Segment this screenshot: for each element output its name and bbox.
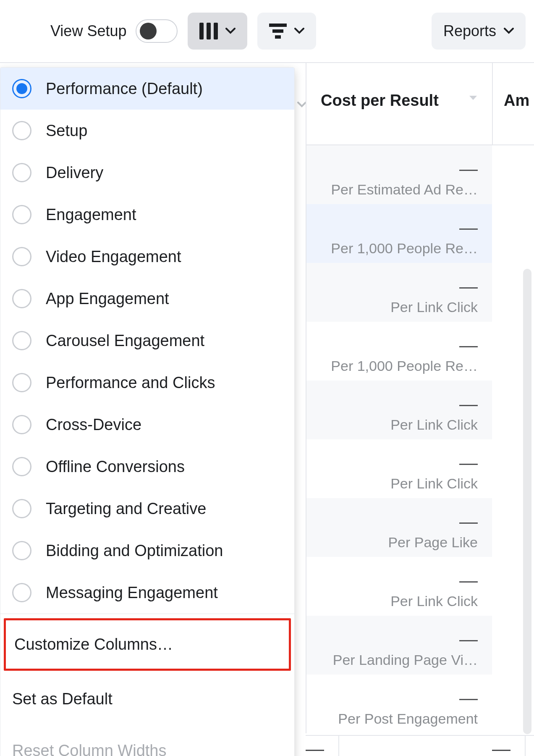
- customize-columns-action[interactable]: Customize Columns…: [4, 618, 291, 671]
- preset-option[interactable]: Engagement: [0, 194, 294, 236]
- preset-option[interactable]: Bidding and Optimization: [0, 530, 294, 572]
- reports-button[interactable]: Reports: [432, 13, 526, 50]
- set-as-default-action[interactable]: Set as Default: [0, 673, 294, 725]
- preset-option[interactable]: Offline Conversions: [0, 446, 294, 488]
- table-row[interactable]: —Per Link Click: [306, 439, 492, 498]
- svg-rect-3: [269, 24, 287, 27]
- column-title: Am: [504, 92, 529, 109]
- preset-option[interactable]: App Engagement: [0, 278, 294, 320]
- table-row[interactable]: —Per Landing Page Vi…: [306, 616, 492, 675]
- column-header-amount[interactable]: Am: [492, 63, 534, 144]
- table-row[interactable]: —Per Page Like: [306, 498, 492, 557]
- radio-icon: [12, 163, 31, 182]
- radio-icon: [12, 205, 31, 224]
- cell-value: —: [459, 395, 478, 413]
- cell-value: —: [459, 160, 478, 178]
- reset-column-widths-action: Reset Column Widths: [0, 725, 294, 756]
- cell-sublabel: Per Estimated Ad Re…: [331, 181, 478, 198]
- cell-sublabel: Per Link Click: [390, 299, 478, 315]
- svg-rect-4: [272, 29, 283, 33]
- results-table: Cost per Result Am —Per Estimated Ad Re……: [306, 63, 534, 756]
- columns-button[interactable]: [188, 13, 247, 50]
- view-setup-toggle[interactable]: [136, 19, 178, 43]
- cell-value: —: [459, 277, 478, 296]
- table-row[interactable]: —Per Post Engagement: [306, 675, 492, 733]
- preset-option[interactable]: Performance and Clicks: [0, 362, 294, 404]
- preset-option[interactable]: Cross-Device: [0, 404, 294, 446]
- preset-option[interactable]: Video Engagement: [0, 236, 294, 278]
- reports-label: Reports: [443, 22, 496, 40]
- view-setup-toggle-group: View Setup: [8, 19, 178, 43]
- cell-value: —: [459, 689, 478, 707]
- cell-value: —: [459, 454, 478, 472]
- cell-sublabel: Per Post Engagement: [338, 711, 478, 727]
- preset-option-list: Performance (Default)SetupDeliveryEngage…: [0, 68, 294, 614]
- radio-icon: [12, 457, 31, 476]
- radio-icon: [12, 247, 31, 266]
- cell-value: —: [459, 571, 478, 590]
- cell-sublabel: Per Link Click: [390, 417, 478, 433]
- caret-down-icon: [297, 102, 306, 109]
- preset-option-label: Targeting and Creative: [46, 500, 206, 518]
- table-header: Cost per Result Am: [306, 63, 534, 145]
- radio-icon: [12, 541, 31, 560]
- table-row[interactable]: —Per Estimated Ad Re…: [306, 145, 492, 204]
- cell-sublabel: Per 1,000 People Re…: [331, 358, 478, 374]
- radio-icon: [12, 415, 31, 434]
- radio-icon: [12, 499, 31, 518]
- preset-option[interactable]: Setup: [0, 110, 294, 152]
- view-setup-label: View Setup: [50, 22, 126, 40]
- sort-arrow-icon: [469, 95, 478, 103]
- breakdown-button[interactable]: [257, 13, 316, 50]
- caret-down-icon: [294, 28, 304, 34]
- table-row[interactable]: —Per Link Click: [306, 263, 492, 322]
- cell-sublabel: Per Link Click: [390, 593, 478, 609]
- preset-option-label: Engagement: [46, 206, 136, 224]
- preset-option-label: App Engagement: [46, 290, 169, 308]
- preset-option[interactable]: Delivery: [0, 152, 294, 194]
- preset-option[interactable]: Targeting and Creative: [0, 488, 294, 530]
- footer-cell: —: [338, 736, 525, 756]
- columns-icon: [199, 23, 218, 39]
- vertical-scrollbar[interactable]: [523, 269, 531, 734]
- table-row[interactable]: —Per 1,000 People Re…: [306, 204, 492, 263]
- radio-icon: [12, 583, 31, 602]
- column-presets-dropdown: Performance (Default)SetupDeliveryEngage…: [0, 67, 295, 756]
- table-row[interactable]: —Per Link Click: [306, 381, 492, 439]
- footer-cell: [525, 736, 534, 756]
- cell-sublabel: Per Landing Page Vi…: [333, 652, 478, 668]
- table-row[interactable]: —Per Link Click: [306, 557, 492, 616]
- svg-rect-5: [275, 35, 281, 39]
- preset-option-label: Bidding and Optimization: [46, 542, 223, 560]
- table-row[interactable]: —Per 1,000 People Re…: [306, 322, 492, 381]
- preset-option-label: Performance and Clicks: [46, 374, 215, 392]
- radio-icon: [12, 331, 31, 350]
- svg-rect-1: [207, 23, 211, 39]
- preset-option-label: Offline Conversions: [46, 458, 185, 476]
- preset-option-label: Video Engagement: [46, 248, 181, 266]
- preset-option-label: Cross-Device: [46, 416, 141, 434]
- divider: [0, 614, 294, 614]
- preset-option[interactable]: Performance (Default): [0, 68, 294, 110]
- column-header-cost-per-result[interactable]: Cost per Result: [306, 63, 492, 144]
- caret-down-icon: [504, 28, 514, 34]
- caret-down-icon: [225, 28, 236, 34]
- cell-sublabel: Per Link Click: [390, 475, 478, 492]
- breakdown-icon: [269, 24, 287, 39]
- radio-icon: [12, 373, 31, 392]
- preset-option-label: Messaging Engagement: [46, 584, 218, 602]
- cell-sublabel: Per 1,000 People Re…: [331, 240, 478, 257]
- table-footer: — —: [306, 735, 534, 756]
- cell-value: —: [459, 630, 478, 648]
- svg-rect-0: [199, 23, 204, 39]
- cell-value: —: [459, 512, 478, 531]
- toolbar: View Setup Reports: [0, 0, 534, 63]
- preset-option-label: Delivery: [46, 164, 103, 182]
- cell-sublabel: Per Page Like: [388, 534, 478, 551]
- cell-value: —: [459, 336, 478, 354]
- preset-option[interactable]: Carousel Engagement: [0, 320, 294, 362]
- preset-option[interactable]: Messaging Engagement: [0, 572, 294, 614]
- radio-icon: [12, 289, 31, 308]
- preset-option-label: Carousel Engagement: [46, 332, 204, 350]
- footer-cell: —: [306, 736, 338, 756]
